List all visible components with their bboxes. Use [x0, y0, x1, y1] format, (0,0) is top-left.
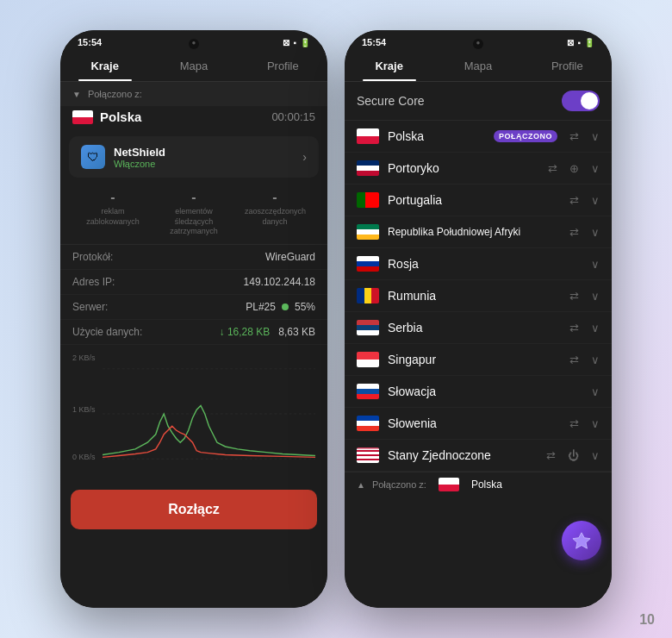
toggle-knob: [581, 92, 598, 109]
secure-icon: ⇄: [569, 322, 579, 335]
stat-data-saved: - zaoszczędzonych danych: [245, 190, 305, 237]
list-item[interactable]: Słowacja ∨: [345, 376, 612, 408]
flag-polska-2: [357, 128, 379, 144]
connected-badge: POŁĄCZONO: [494, 130, 557, 142]
tab-bar-2: Kraje Mapa Profile: [345, 51, 612, 82]
time-2: 15:54: [362, 37, 386, 47]
data-usage-row: Użycie danych: ↓ 16,28 KB 8,63 KB: [60, 320, 327, 345]
svg-marker-3: [573, 533, 590, 548]
chart-area: 2 KB/s 1 KB/s 0 KB/s: [60, 345, 327, 483]
tab-profile-1[interactable]: Profile: [239, 51, 327, 81]
netshield-arrow-icon: ›: [302, 150, 307, 164]
flag-polska-bottom: [439, 478, 459, 491]
tab-profile-2[interactable]: Profile: [523, 51, 612, 81]
connected-row[interactable]: Polska 00:00:15: [60, 106, 327, 131]
list-item[interactable]: Rumunia ⇄ ∨: [345, 280, 612, 312]
flag-slowacja: [357, 384, 379, 399]
chart-svg: [103, 353, 315, 474]
flag-serbia: [357, 320, 379, 335]
phones-container: 15:54 ● ⊠ ▪ 🔋 Kraje Mapa Profile: [60, 30, 612, 608]
stat-trackers: - elementów śledzących zatrzymanych: [164, 190, 224, 237]
secure-icon: ⇄: [546, 449, 556, 462]
connected-banner: ▼ Połączono z:: [60, 82, 327, 106]
chart-label-min: 0 KB/s: [72, 453, 96, 461]
secure-icon: ⇄: [569, 353, 579, 366]
flag-portugalia: [357, 192, 379, 208]
chevron-right-icon: ∨: [591, 385, 600, 398]
chevron-up-icon: ▲: [357, 480, 365, 490]
globe-icon: ⊕: [569, 162, 579, 175]
flag-rpa: [357, 224, 379, 240]
fab-button[interactable]: [562, 521, 601, 560]
stat-ads: - reklam zablokowanych: [83, 190, 143, 237]
list-item[interactable]: Portugalia ⇄ ∨: [345, 185, 612, 216]
stats-row: - reklam zablokowanych - elementów śledz…: [60, 183, 327, 245]
flag-polska-1: [72, 110, 93, 124]
flag-portoryko: [357, 160, 379, 176]
secure-icon: ⇄: [569, 417, 579, 430]
corner-label: 10: [639, 612, 655, 628]
chevron-right-icon: ∨: [591, 322, 600, 335]
secure-icon: ⇄: [569, 290, 579, 303]
flag-slowenia: [357, 416, 379, 431]
flag-rosja: [357, 256, 379, 272]
netshield-row[interactable]: 🛡 NetShield Włączone ›: [69, 136, 319, 178]
chevron-right-icon: ∨: [591, 130, 600, 143]
tab-mapa-2[interactable]: Mapa: [433, 51, 522, 81]
status-icons-2: ⊠ ▪ 🔋: [567, 38, 594, 47]
secure-icon: ⇄: [548, 162, 557, 175]
tab-kraje-1[interactable]: Kraje: [60, 51, 149, 81]
tab-mapa-1[interactable]: Mapa: [149, 51, 238, 81]
list-item[interactable]: Singapur ⇄ ∨: [345, 344, 612, 376]
chevron-right-icon: ∨: [591, 353, 600, 366]
bottom-connected-bar: ▲ Połączono z: Polska: [345, 472, 612, 497]
netshield-icon: 🛡: [81, 145, 105, 169]
secure-core-row: Secure Core: [345, 82, 612, 121]
tab-bar-1: Kraje Mapa Profile: [60, 51, 327, 82]
chevron-down-icon: ▼: [72, 90, 81, 99]
flag-usa: [357, 447, 379, 463]
list-item[interactable]: Stany Zjednoczone ⇄ ⏻ ∨: [345, 440, 612, 472]
power-icon: ⏻: [568, 449, 579, 462]
chart-label-max: 2 KB/s: [72, 353, 96, 362]
netshield-text: NetShield Włączone: [114, 146, 294, 169]
chevron-right-icon: ∨: [591, 417, 600, 430]
chart-label-mid: 1 KB/s: [72, 405, 96, 414]
secure-core-toggle[interactable]: [562, 91, 600, 111]
list-item[interactable]: Serbia ⇄ ∨: [345, 312, 612, 344]
secure-icon: ⇄: [569, 194, 579, 207]
content-1: ▼ Połączono z: Polska 00:00:15 🛡 NetShie…: [60, 82, 327, 608]
flag-rumunia: [357, 288, 379, 303]
secure-icon: ⇄: [569, 130, 579, 143]
chevron-right-icon: ∨: [591, 162, 600, 175]
list-item[interactable]: Portoryko ⇄ ⊕ ∨: [345, 153, 612, 185]
phone-1: 15:54 ● ⊠ ▪ 🔋 Kraje Mapa Profile: [60, 30, 327, 608]
chevron-right-icon: ∨: [591, 194, 600, 207]
list-item[interactable]: Polska POŁĄCZONO ⇄ ∨: [345, 121, 612, 153]
chevron-right-icon: ∨: [591, 226, 600, 239]
chevron-right-icon: ∨: [591, 449, 600, 462]
time-1: 15:54: [78, 37, 102, 47]
flag-singapur: [357, 352, 379, 367]
protocol-row: Protokół: WireGuard: [60, 245, 327, 270]
disconnect-button[interactable]: Rozłącz: [71, 490, 317, 529]
list-item[interactable]: Rosja ∨: [345, 248, 612, 280]
list-item[interactable]: Republika Południowej Afryki ⇄ ∨: [345, 216, 612, 248]
server-row: Serwer: PL#25 55%: [60, 295, 327, 320]
phone-2: 15:54 ● ⊠ ▪ 🔋 Kraje Mapa Profile: [345, 30, 612, 608]
list-item[interactable]: Słowenia ⇄ ∨: [345, 408, 612, 440]
chevron-right-icon: ∨: [591, 258, 600, 271]
secure-icon: ⇄: [569, 226, 579, 239]
ip-row: Adres IP: 149.102.244.18: [60, 270, 327, 295]
tab-kraje-2[interactable]: Kraje: [345, 51, 433, 81]
status-icons-1: ⊠ ▪ 🔋: [283, 38, 310, 47]
chevron-right-icon: ∨: [591, 290, 600, 303]
